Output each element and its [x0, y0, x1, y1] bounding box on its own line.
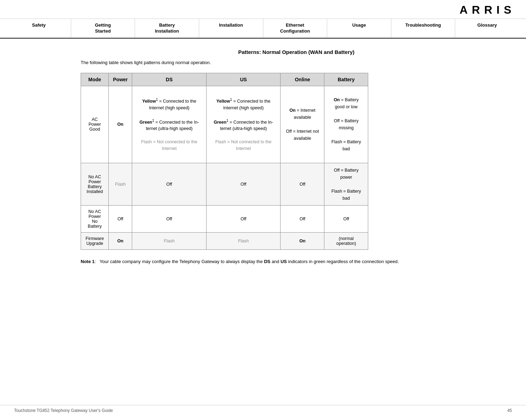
table-row: AC PowerGood On Yellow1 = Connected to t…	[81, 86, 368, 163]
ds-firmware: Flash	[132, 232, 207, 249]
online-no-ac-no-battery: Off	[281, 205, 324, 232]
footer-product-name: Touchstone TG852 Telephony Gateway User'…	[14, 408, 113, 413]
arris-logo: ARRIS	[459, 4, 515, 16]
mode-no-ac-no-battery: No ACPower NoBattery	[81, 205, 109, 232]
patterns-table: Mode Power DS US Online Battery AC Power…	[81, 73, 368, 250]
us-no-ac-no-battery: Off	[206, 205, 281, 232]
col-header-ds: DS	[132, 73, 207, 86]
page-header: ARRIS	[0, 0, 526, 19]
ds-no-ac-no-battery: Off	[132, 205, 207, 232]
nav-glossary[interactable]: Glossary	[455, 19, 519, 38]
note-section: Note 1: Your cable company may configure…	[81, 258, 512, 266]
mode-no-ac-battery: No ACPowerBatteryInstalled	[81, 163, 109, 205]
online-ac-power: On = Internet available Off = Internet n…	[281, 86, 324, 163]
intro-text: The following table shows light patterns…	[81, 60, 512, 65]
col-header-us: US	[206, 73, 281, 86]
table-row: No ACPower NoBattery Off Off Off Off Off	[81, 205, 368, 232]
nav-installation[interactable]: Installation	[199, 19, 263, 38]
battery-ac-power: On = Battery good or low Off = Battery m…	[324, 86, 368, 163]
power-off-1: Off	[109, 205, 132, 232]
table-row: No ACPowerBatteryInstalled Flash Off Off…	[81, 163, 368, 205]
note-label: Note 1	[81, 259, 95, 264]
col-header-power: Power	[109, 73, 132, 86]
battery-no-ac: Off = Battery power Flash = Battery bad	[324, 163, 368, 205]
table-row: FirmwareUpgrade On Flash Flash On (norma…	[81, 232, 368, 249]
nav-ethernet-configuration[interactable]: EthernetConfiguration	[263, 19, 328, 38]
col-header-battery: Battery	[324, 73, 368, 86]
main-content: Patterns: Normal Operation (WAN and Batt…	[0, 39, 526, 276]
online-no-ac-battery: Off	[281, 163, 324, 205]
col-header-mode: Mode	[81, 73, 109, 86]
battery-no-ac-no-battery: Off	[324, 205, 368, 232]
ds-no-ac-battery: Off	[132, 163, 207, 205]
us-no-ac-battery: Off	[206, 163, 281, 205]
us-ac-power: Yellow1 = Connected to the Internet (hig…	[206, 86, 281, 163]
nav-usage[interactable]: Usage	[327, 19, 391, 38]
online-firmware: On	[281, 232, 324, 249]
us-firmware: Flash	[206, 232, 281, 249]
ds-ac-power: Yellow1 = Connected to the Internet (hig…	[132, 86, 207, 163]
power-flash: Flash	[109, 163, 132, 205]
footer-page-number: 45	[507, 408, 512, 413]
mode-ac-power-good: AC PowerGood	[81, 86, 109, 163]
nav-safety[interactable]: Safety	[7, 19, 71, 38]
power-on: On	[109, 86, 132, 163]
mode-firmware: FirmwareUpgrade	[81, 232, 109, 249]
power-on-firmware: On	[109, 232, 132, 249]
nav-getting-started[interactable]: GettingStarted	[71, 19, 135, 38]
page-title: Patterns: Normal Operation (WAN and Batt…	[81, 49, 512, 55]
table-header-row: Mode Power DS US Online Battery	[81, 73, 368, 86]
page-footer: Touchstone TG852 Telephony Gateway User'…	[0, 405, 526, 413]
nav-troubleshooting[interactable]: Troubleshooting	[391, 19, 456, 38]
col-header-online: Online	[281, 73, 324, 86]
battery-firmware: (normaloperation)	[324, 232, 368, 249]
navigation-bar: Safety GettingStarted BatteryInstallatio…	[0, 19, 526, 39]
nav-battery-installation[interactable]: BatteryInstallation	[135, 19, 199, 38]
